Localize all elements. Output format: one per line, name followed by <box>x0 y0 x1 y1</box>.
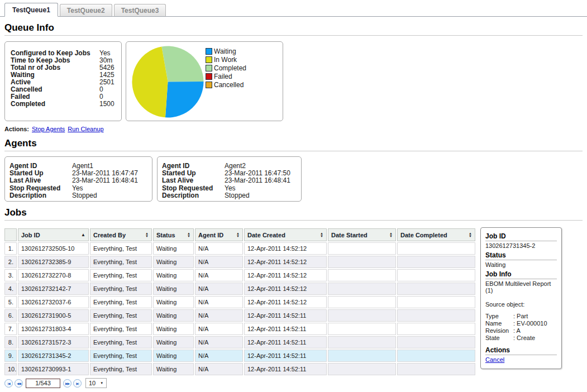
created-by-cell: Everything, Test <box>90 256 152 268</box>
date-completed-cell <box>397 256 475 268</box>
action-links: Stop AgentsRun Cleanup <box>32 126 104 132</box>
agent-field-row: Description Stopped <box>9 192 147 199</box>
agent-id-cell: N/A <box>195 242 243 255</box>
legend-swatch <box>206 82 212 88</box>
agent-id-cell: N/A <box>195 323 243 335</box>
date-completed-cell <box>397 242 475 255</box>
row-number-cell: 2. <box>4 256 17 268</box>
created-by-cell: Everything, Test <box>90 363 152 375</box>
job-table-row[interactable]: 7. 1302612731803-4 Everything, Test Wait… <box>4 323 475 335</box>
jobs-heading: Jobs <box>4 207 583 218</box>
jobs-column-header[interactable]: Job ID ▲ <box>18 228 89 241</box>
job-table-row[interactable]: 3. 1302612732270-8 Everything, Test Wait… <box>4 269 475 281</box>
jobs-column-header[interactable]: Created By ▲ ▼ <box>90 228 152 241</box>
jobs-column-header[interactable]: Status ▲ ▼ <box>153 228 194 241</box>
job-id-cell: 1302612731345-2 <box>18 350 89 362</box>
field-label: Stop Requested <box>9 185 72 192</box>
date-started-cell <box>328 350 396 362</box>
divider <box>4 151 583 151</box>
agents-heading: Agents <box>4 138 583 149</box>
job-detail-panel: Job ID 1302612731345-2 Status Waiting Jo… <box>480 227 562 369</box>
next-page-button[interactable]: ▶▶ <box>63 379 71 388</box>
detail-section-heading: Job Info <box>485 270 557 279</box>
job-table-row[interactable]: 6. 1302612731900-5 Everything, Test Wait… <box>4 309 475 322</box>
detail-section-value: Waiting <box>485 261 557 268</box>
row-number-cell: 9. <box>4 350 17 362</box>
row-number-cell: 5. <box>4 296 17 308</box>
stat-value: 1500 <box>99 101 114 108</box>
source-object-label: Source object: <box>485 301 557 308</box>
detail-section-heading: Status <box>485 251 557 260</box>
job-table-row[interactable]: 10. 1302612730993-1 Everything, Test Wai… <box>4 363 475 375</box>
detail-section: Job Info EBOM Multilevel Report (1) <box>485 270 557 294</box>
property-label: Name <box>485 320 513 327</box>
queue-action-link[interactable]: Stop Agents <box>32 126 65 132</box>
cancel-job-link[interactable]: Cancel <box>485 356 504 363</box>
queue-stat-row: Completed 1500 <box>11 101 116 108</box>
job-table-row[interactable]: 8. 1302612731572-3 Everything, Test Wait… <box>4 336 475 348</box>
chevron-down-icon: ▼ <box>100 381 103 385</box>
column-label: Created By <box>93 232 126 238</box>
row-number-cell: 1. <box>4 242 17 255</box>
jobs-column-header[interactable]: Agent ID ▲ ▼ <box>195 228 243 241</box>
queue-actions-row: Actions: Stop AgentsRun Cleanup <box>4 126 583 132</box>
queue-tab-bar: TestQueue1TestQueue2TestQueue3 <box>0 0 587 17</box>
job-table-row[interactable]: 4. 1302612732142-7 Everything, Test Wait… <box>4 283 475 295</box>
date-created-cell: 12-Apr-2011 14:52:11 <box>244 323 327 335</box>
page-number-input[interactable]: 1/543 <box>26 379 60 388</box>
job-table-row[interactable]: 1. 1302612732505-10 Everything, Test Wai… <box>4 242 475 255</box>
row-number-cell: 6. <box>4 309 17 322</box>
agent-fields: Agent ID Agent2 Started Up 23-Mar-2011 1… <box>162 162 297 199</box>
created-by-cell: Everything, Test <box>90 336 152 348</box>
field-label: Description <box>9 192 72 199</box>
sort-down-icon: ▼ <box>236 235 240 238</box>
queue-tab[interactable]: TestQueue3 <box>114 4 166 17</box>
pagination-bar: |◀◀◀ 1/543 ▶▶▶| 10 ▼ <box>4 378 476 388</box>
source-property-row: Revision : A <box>485 327 557 334</box>
job-table-row[interactable]: 9. 1302612731345-2 Everything, Test Wait… <box>4 350 475 362</box>
legend-label: Completed <box>214 64 246 72</box>
date-completed-cell <box>397 363 475 375</box>
job-table-row[interactable]: 5. 1302612732037-6 Everything, Test Wait… <box>4 296 475 308</box>
sort-ascending-icon: ▲ <box>81 232 85 237</box>
date-created-cell: 12-Apr-2011 14:52:12 <box>244 296 327 308</box>
pie-slice-in-work <box>132 46 168 117</box>
jobs-column-header[interactable]: Date Started ▲ ▼ <box>328 228 396 241</box>
jobs-column-header[interactable]: Date Completed ▲ ▼ <box>397 228 475 241</box>
queue-info-heading: Queue Info <box>4 22 583 34</box>
divider <box>4 220 583 221</box>
date-started-cell <box>328 242 396 255</box>
date-completed-cell <box>397 336 475 348</box>
field-value: 23-Mar-2011 16:48:41 <box>225 177 290 184</box>
row-number-cell: 10. <box>4 363 17 375</box>
prev-page-button[interactable]: ◀◀ <box>15 379 23 388</box>
agent-id-cell: N/A <box>195 336 243 348</box>
date-created-cell: 12-Apr-2011 14:52:11 <box>244 350 327 362</box>
date-started-cell <box>328 256 396 268</box>
column-label: Job ID <box>21 232 40 238</box>
queue-action-link[interactable]: Run Cleanup <box>68 126 103 132</box>
status-cell: Waiting <box>153 296 194 308</box>
job-table-row[interactable]: 2. 1302612732385-9 Everything, Test Wait… <box>4 256 475 268</box>
jobs-header-row: Job ID ▲ Created By ▲ ▼ Status ▲ ▼ Agent… <box>4 228 475 241</box>
last-page-button[interactable]: ▶| <box>73 379 82 388</box>
queue-tab[interactable]: TestQueue2 <box>60 4 112 17</box>
sort-icon: ▲ ▼ <box>320 232 323 238</box>
column-label: Date Completed <box>400 232 447 238</box>
field-value: Yes <box>225 185 236 192</box>
jobs-column-header[interactable]: Date Created ▲ ▼ <box>244 228 327 241</box>
agent-id-cell: N/A <box>195 363 243 375</box>
status-cell: Waiting <box>153 283 194 295</box>
divider <box>4 35 583 36</box>
date-created-cell: 12-Apr-2011 14:52:11 <box>244 309 327 322</box>
page-size-dropdown[interactable]: 10 ▼ <box>85 378 107 388</box>
legend-label: Failed <box>214 73 232 80</box>
agent-field-row: Description Stopped <box>162 192 297 199</box>
date-created-cell: 12-Apr-2011 14:52:12 <box>244 269 327 281</box>
legend-item: Completed <box>206 64 246 72</box>
queue-tab[interactable]: TestQueue1 <box>4 3 58 17</box>
sort-icon: ▲ ▼ <box>145 232 149 238</box>
agent-id-cell: N/A <box>195 269 243 281</box>
first-page-button[interactable]: |◀ <box>4 379 13 388</box>
legend-swatch <box>206 56 212 63</box>
